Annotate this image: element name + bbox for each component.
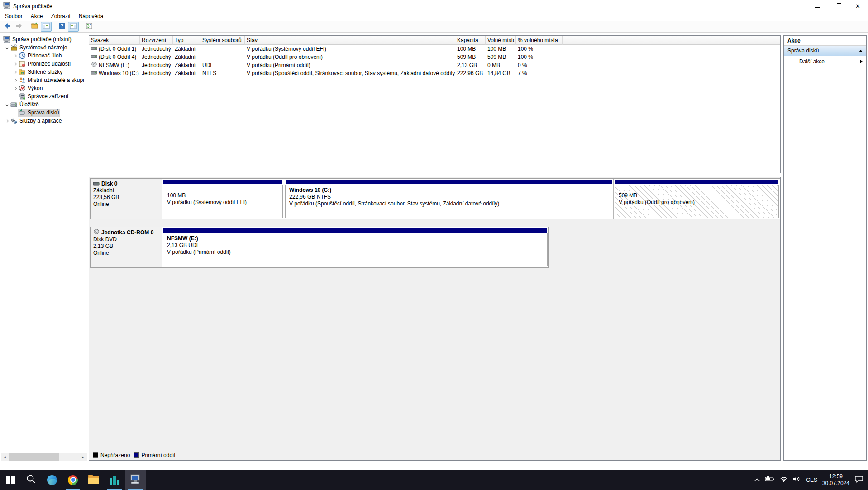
windows-logo-icon [6,476,15,484]
volume-list: Svazek Rozvržení Typ Systém souborů Stav… [89,35,781,173]
tree-item-device-manager[interactable]: Správce zařízení [1,92,87,100]
tree-item-event-viewer[interactable]: Prohlížeč událostí [1,60,87,68]
tree-item-local-users-groups[interactable]: Místní uživatelé a skupi [1,76,87,84]
help-button[interactable]: ? [57,22,67,32]
tree-item-storage[interactable]: Úložiště [1,100,87,109]
partition-color-strip [286,180,612,184]
table-row[interactable]: (Disk 0 Oddíl 4) Jednoduchý Základní V p… [89,53,780,61]
local-users-icon [19,76,26,84]
svg-text:?: ? [61,23,64,29]
table-row[interactable]: Windows 10 (C:) Jednoduchý Základní NTFS… [89,69,780,77]
help-icon: ? [58,22,66,31]
action-more-actions[interactable]: Další akce [784,56,866,67]
device-manager-icon [19,93,26,100]
system-tray: CES 12:59 30.07.2024 [754,470,868,490]
expand-arrow-icon[interactable] [12,55,18,57]
system-tools-icon [10,44,18,51]
forward-button[interactable] [14,22,24,32]
taskbar-chrome-button[interactable] [62,470,83,490]
pane-splitter[interactable] [89,173,781,177]
tree-item-task-scheduler[interactable]: Plánovač úloh [1,52,87,60]
column-header-stav[interactable]: Stav [245,36,455,45]
console-tree: Správa počítače (místní) Systémové nástr… [1,35,87,461]
scrollbar-thumb[interactable] [9,453,59,461]
language-indicator[interactable]: CES [806,477,817,483]
clock[interactable]: 12:59 30.07.2024 [822,473,849,487]
legend-primary-swatch [134,452,139,458]
column-header-kapacita[interactable]: Kapacita [455,36,486,45]
taskbar-search-button[interactable] [21,470,42,490]
back-button[interactable] [2,22,13,32]
shared-folders-icon [19,68,26,76]
legend-unallocated-swatch [93,452,98,458]
action-pane-toggle-icon [70,22,77,31]
partition-windows-c[interactable]: Windows 10 (C:) 222,96 GB NTFS V pořádku… [284,179,614,219]
battery-icon[interactable] [765,476,775,484]
volume-icon [91,45,97,52]
column-header-filler [563,36,780,45]
computer-management-app-icon [3,2,10,10]
column-header-pct-volneho-mista[interactable]: % volného místa [516,36,563,45]
expand-arrow-icon[interactable] [12,63,18,65]
partition-nfsmw[interactable]: NFSMW (E:) 2,13 GB UDF V pořádku (Primár… [162,227,548,267]
disk-0-label[interactable]: Disk 0 Základní 223,56 GB Online [91,179,162,219]
column-header-typ[interactable]: Typ [173,36,200,45]
column-header-system-souboru[interactable]: Systém souborů [200,36,245,45]
restore-button[interactable] [827,0,848,12]
scroll-left-arrow-icon[interactable]: ◂ [1,453,9,461]
tree-item-performance[interactable]: Výkon [1,84,87,92]
expand-arrow-icon[interactable] [12,87,18,90]
export-list-button[interactable] [29,22,40,32]
start-button[interactable] [0,470,21,490]
wifi-icon[interactable] [780,476,788,484]
volume-speaker-icon[interactable] [793,476,801,484]
export-list-icon [31,22,38,31]
tree-item-disk-management[interactable]: Správa disků [1,109,87,117]
tree-item-computer-management[interactable]: Správa počítače (místní) [1,35,87,43]
table-row[interactable]: NFSMW (E:) Jednoduchý Základní UDF V poř… [89,61,780,69]
collapse-chevron-icon[interactable] [859,50,863,52]
column-header-volne-misto[interactable]: Volné místo [486,36,516,45]
content-area: Správa počítače (místní) Systémové nástr… [0,33,868,470]
table-row[interactable]: (Disk 0 Oddíl 1) Jednoduchý Základní V p… [89,45,780,53]
action-group-disk-management[interactable]: Správa disků [784,46,866,56]
partition-recovery[interactable]: 509 MB V pořádku (Oddíl pro obnovení) [614,179,780,219]
scroll-right-arrow-icon[interactable]: ▸ [79,453,87,461]
notification-center-icon[interactable] [854,476,863,484]
menu-napoveda[interactable]: Nápověda [75,12,108,21]
console-tree-toggle-button[interactable] [41,22,52,32]
storage-icon [10,101,18,108]
cd-volume-icon [91,62,97,69]
column-header-rozvrzeni[interactable]: Rozvržení [140,36,173,45]
close-button[interactable]: ✕ [848,0,868,12]
collapse-arrow-icon[interactable] [4,47,10,49]
buildings-app-icon [110,475,119,485]
computer-management-icon [130,474,141,486]
titlebar: Správa počítače ✕ [0,0,868,12]
column-header-svazek[interactable]: Svazek [89,36,140,45]
taskbar-buildings-app-button[interactable] [104,470,125,490]
expand-arrow-icon[interactable] [4,120,10,122]
disk-icon [93,181,100,187]
menu-soubor[interactable]: Soubor [1,12,27,21]
tree-item-system-tools[interactable]: Systémové nástroje [1,43,87,52]
expand-arrow-icon[interactable] [12,71,18,73]
menu-zobrazit[interactable]: Zobrazit [47,12,74,21]
taskbar-computer-management-button[interactable] [125,470,146,490]
tree-horizontal-scrollbar[interactable]: ◂ ▸ [1,453,87,461]
action-pane-toggle-button[interactable] [68,22,79,32]
tray-chevron-up-icon[interactable] [754,477,760,483]
menu-akce[interactable]: Akce [27,12,47,21]
taskbar-file-explorer-button[interactable] [83,470,104,490]
tree-item-shared-folders[interactable]: Sdílené složky [1,68,87,76]
cdrom-0-label[interactable]: Jednotka CD-ROM 0 Disk DVD 2,13 GB Onlin… [91,227,162,267]
partition-efi[interactable]: 100 MB V pořádku (Systémový oddíl EFI) [162,179,284,219]
action-pane-title: Akce [784,36,866,46]
cd-drive-icon [93,229,100,236]
tree-item-services-applications[interactable]: Služby a aplikace [1,117,87,125]
collapse-arrow-icon[interactable] [4,104,10,106]
taskbar-edge-button[interactable] [42,470,62,490]
minimize-button[interactable] [807,0,827,12]
properties-button[interactable] [84,22,95,32]
expand-arrow-icon[interactable] [12,79,18,81]
